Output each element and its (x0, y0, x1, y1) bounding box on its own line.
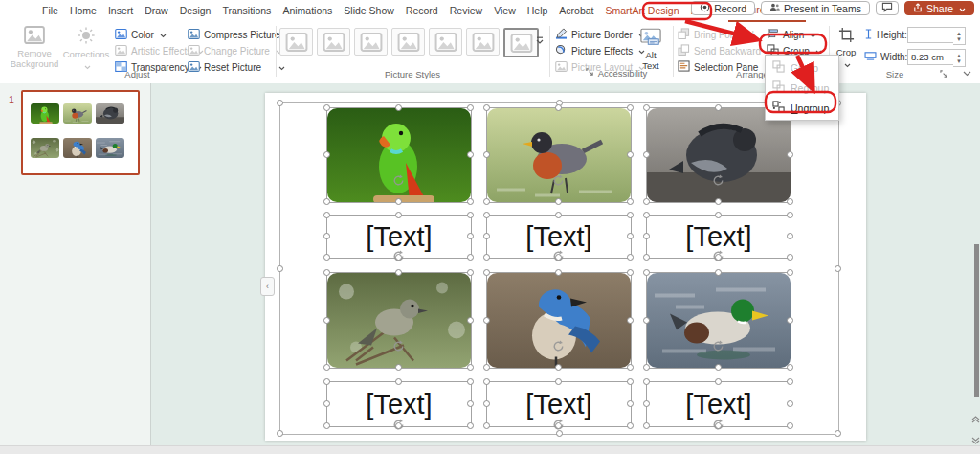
vertical-scrollbar-thumb[interactable] (974, 244, 979, 397)
selection-handle[interactable] (787, 269, 793, 276)
selection-handle[interactable] (643, 269, 650, 276)
selection-handle[interactable] (715, 104, 722, 111)
compress-pictures-button[interactable]: Compress Pictures (188, 28, 284, 41)
selection-handle[interactable] (467, 400, 474, 407)
selection-handle[interactable] (555, 378, 562, 385)
rotate-handle-icon[interactable] (392, 339, 405, 356)
menu-tab-smartart-design[interactable]: SmartArt Design (600, 1, 685, 21)
selection-handle[interactable] (627, 151, 634, 158)
selection-handle[interactable] (715, 269, 722, 276)
selection-handle[interactable] (395, 254, 402, 261)
selection-handle[interactable] (787, 198, 793, 205)
selection-handle[interactable] (787, 317, 793, 324)
rotate-handle-icon[interactable] (552, 173, 565, 191)
rotate-handle-icon[interactable] (712, 249, 724, 266)
selection-handle[interactable] (467, 212, 474, 218)
menu-tab-insert[interactable]: Insert (102, 1, 139, 21)
size-dialog-launcher-icon[interactable] (940, 69, 948, 80)
selection-handle[interactable] (643, 378, 650, 385)
selection-handle[interactable] (643, 212, 650, 218)
selection-handle[interactable] (323, 198, 330, 205)
selection-handle[interactable] (483, 233, 490, 239)
picture-style-thumbnail[interactable] (391, 28, 425, 56)
selection-handle[interactable] (643, 422, 650, 429)
selection-handle[interactable] (787, 233, 793, 239)
selection-handle[interactable] (323, 254, 330, 261)
selection-handle[interactable] (556, 430, 563, 437)
selection-handle[interactable] (627, 212, 634, 218)
text-placeholder[interactable]: [Text] (487, 216, 631, 258)
selection-handle[interactable] (787, 364, 793, 371)
selection-handle[interactable] (835, 265, 841, 272)
selection-handle[interactable] (467, 422, 474, 429)
selection-handle[interactable] (643, 151, 650, 158)
selection-handle[interactable] (627, 233, 634, 239)
picture-style-thumbnail[interactable] (279, 28, 313, 56)
selection-handle[interactable] (323, 364, 330, 371)
selection-handle[interactable] (467, 269, 474, 276)
selection-handle[interactable] (323, 151, 330, 158)
selection-handle[interactable] (787, 378, 793, 385)
record-button[interactable]: Record (691, 1, 755, 15)
corrections-button[interactable]: Corrections (63, 25, 109, 74)
selection-handle[interactable] (787, 212, 793, 218)
selection-handle[interactable] (787, 400, 793, 407)
smartart-outer-selection-frame[interactable] (279, 102, 839, 435)
rotate-handle-icon[interactable] (392, 173, 405, 191)
menu-tab-animations[interactable]: Animations (277, 1, 338, 21)
selection-handle[interactable] (555, 104, 562, 111)
height-spinner[interactable]: ▲▼ (953, 27, 966, 45)
selection-handle[interactable] (277, 100, 283, 106)
selection-handle[interactable] (467, 104, 474, 111)
selection-handle[interactable] (323, 104, 330, 111)
selection-handle[interactable] (715, 198, 722, 205)
width-spinner[interactable]: ▲▼ (953, 49, 966, 67)
selection-handle[interactable] (483, 378, 490, 385)
selection-handle[interactable] (395, 269, 402, 276)
remove-background-button[interactable]: Remove Background (8, 25, 61, 71)
rotate-handle-icon[interactable] (392, 249, 405, 266)
group-menu-item-ungroup[interactable]: Ungroup (766, 98, 838, 118)
selection-handle[interactable] (395, 104, 402, 111)
selection-handle[interactable] (643, 104, 650, 111)
menu-tab-review[interactable]: Review (444, 1, 488, 21)
selection-handle[interactable] (787, 422, 793, 429)
picture-style-thumbnail[interactable] (317, 28, 350, 56)
selection-handle[interactable] (715, 422, 722, 429)
selection-handle[interactable] (643, 400, 650, 407)
selection-handle[interactable] (555, 422, 562, 429)
picture-style-thumbnail[interactable] (466, 28, 500, 56)
picture-styles-more-button[interactable] (536, 34, 544, 47)
picture-style-thumbnail[interactable] (429, 28, 462, 56)
bird-picture-mallard[interactable] (647, 273, 791, 368)
bird-picture-jay[interactable] (487, 273, 631, 368)
rotate-handle-icon[interactable] (552, 418, 565, 435)
selection-handle[interactable] (467, 254, 474, 261)
accessibility-dialog-launcher-icon[interactable] (586, 68, 594, 79)
text-placeholder[interactable]: [Text] (327, 216, 471, 258)
selection-handle[interactable] (643, 364, 650, 371)
selection-handle[interactable] (483, 364, 490, 371)
selection-handle[interactable] (555, 364, 562, 371)
rotate-handle-icon[interactable] (552, 339, 565, 356)
selection-handle[interactable] (643, 254, 650, 261)
bird-picture-songbird[interactable] (327, 273, 471, 368)
selection-handle[interactable] (555, 212, 562, 218)
text-placeholder[interactable]: [Text] (647, 382, 791, 426)
menu-tab-acrobat[interactable]: Acrobat (553, 1, 599, 21)
selection-handle[interactable] (555, 269, 562, 276)
menu-tab-transitions[interactable]: Transitions (216, 1, 277, 21)
color-button[interactable]: Color (115, 28, 167, 41)
slide-1-thumbnail[interactable] (21, 90, 140, 175)
selection-handle[interactable] (787, 254, 793, 261)
selection-handle[interactable] (483, 151, 490, 158)
selection-handle[interactable] (627, 104, 634, 111)
group-menu-item-regroup[interactable]: Regroup (766, 78, 838, 98)
selection-handle[interactable] (483, 198, 490, 205)
menu-tab-record[interactable]: Record (400, 1, 444, 21)
selection-handle[interactable] (483, 422, 490, 429)
picture-style-thumbnail[interactable] (503, 28, 539, 57)
selection-handle[interactable] (483, 212, 490, 218)
selection-handle[interactable] (467, 233, 474, 239)
selection-handle[interactable] (323, 269, 330, 276)
